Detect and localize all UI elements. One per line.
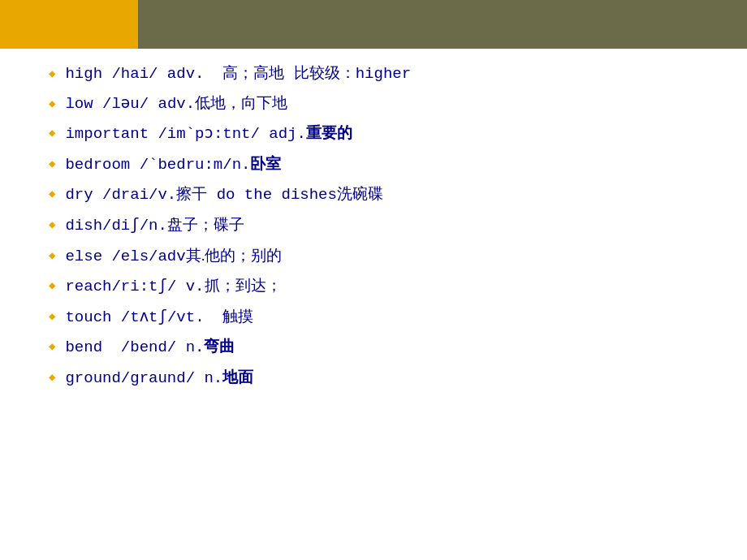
bullet-icon: ◆ <box>49 97 55 113</box>
list-item: ◆ important /im`pɔ:tnt/ adj.重要的 <box>49 123 715 145</box>
word-entry: bedroom /`bedru:m/n.卧室 <box>65 153 281 176</box>
list-item: ◆ touch /tʌtʃ/vt. 触摸 <box>49 306 715 329</box>
word-entry: dish/diʃ/n.盘子；碟子 <box>65 214 244 237</box>
word-entry: else /els/adv其.他的；别的 <box>65 245 282 268</box>
list-item: ◆ ground/graund/ n.地面 <box>49 367 715 390</box>
list-item: ◆ high /hai/ adv. 高；高地 比较级：higher <box>49 63 715 85</box>
word-entry: touch /tʌtʃ/vt. 触摸 <box>65 306 253 329</box>
bullet-icon: ◆ <box>49 187 55 203</box>
word-entry: important /im`pɔ:tnt/ adj.重要的 <box>65 123 352 145</box>
word-entry: ground/graund/ n.地面 <box>65 367 253 390</box>
bullet-icon: ◆ <box>49 370 55 386</box>
bullet-icon: ◆ <box>49 339 55 355</box>
bullet-icon: ◆ <box>49 278 55 295</box>
word-entry: bend /bend/ n.弯曲 <box>65 336 235 359</box>
list-item: ◆ dish/diʃ/n.盘子；碟子 <box>49 214 715 237</box>
word-list: ◆ high /hai/ adv. 高；高地 比较级：higher ◆ low … <box>0 49 747 412</box>
list-item: ◆ else /els/adv其.他的；别的 <box>49 245 715 268</box>
bullet-icon: ◆ <box>49 218 55 234</box>
word-entry: dry /drai/v.擦干 do the dishes洗碗碟 <box>65 183 382 206</box>
word-entry: low /ləu/ adv.低地，向下地 <box>65 93 287 115</box>
bullet-icon: ◆ <box>49 309 55 325</box>
bullet-icon: ◆ <box>49 126 55 142</box>
list-item: ◆ bend /bend/ n.弯曲 <box>49 336 715 359</box>
word-entry: reach/ri:tʃ/ v.抓；到达； <box>65 275 281 298</box>
bullet-icon: ◆ <box>49 157 55 173</box>
list-item: ◆ low /ləu/ adv.低地，向下地 <box>49 93 715 115</box>
header-accent <box>0 0 138 49</box>
list-item: ◆ dry /drai/v.擦干 do the dishes洗碗碟 <box>49 183 715 206</box>
word-entry: high /hai/ adv. 高；高地 比较级：higher <box>65 63 411 85</box>
list-item: ◆ reach/ri:tʃ/ v.抓；到达； <box>49 275 715 298</box>
bullet-icon: ◆ <box>49 67 55 83</box>
bullet-icon: ◆ <box>49 248 55 265</box>
list-item: ◆ bedroom /`bedru:m/n.卧室 <box>49 153 715 176</box>
